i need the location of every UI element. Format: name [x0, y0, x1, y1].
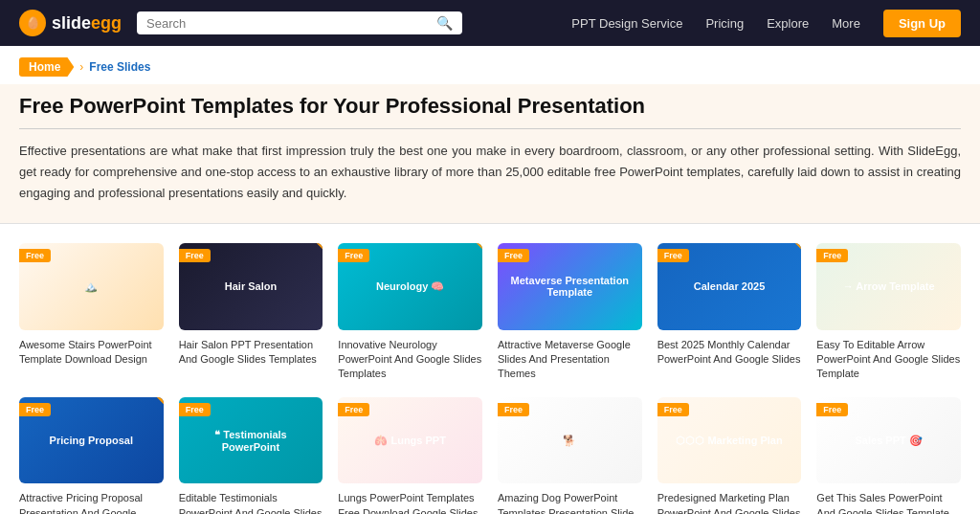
free-badge: Free [179, 403, 211, 416]
free-badge: Free [498, 403, 529, 416]
card-title: Attractive Metaverse Google Slides And P… [498, 338, 642, 382]
card-title: Best 2025 Monthly Calendar PowerPoint An… [657, 338, 802, 368]
free-badge: Free [179, 249, 211, 262]
hero-section: Free PowerPoint Templates for Your Profe… [0, 84, 980, 224]
breadcrumb: Home › Free Slides [0, 46, 980, 84]
logo[interactable]: 🥚 slideegg [19, 10, 122, 36]
template-card[interactable]: Free🐕Amazing Dog PowerPoint Templates Pr… [498, 397, 642, 514]
search-icon: 🔍 [436, 15, 453, 31]
free-badge: Free [338, 403, 369, 416]
free-badge: Free [19, 249, 51, 262]
templates-grid-section: Free🏔️Awesome Stairs PowerPoint Template… [0, 224, 980, 514]
card-title: Awesome Stairs PowerPoint Template Downl… [19, 338, 164, 368]
free-badge: Free [657, 249, 689, 262]
nav-more[interactable]: More [832, 16, 860, 31]
hero-title: Free PowerPoint Templates for Your Profe… [19, 94, 961, 119]
template-card[interactable]: Free→ Arrow TemplateEasy To Editable Arr… [816, 243, 961, 382]
breadcrumb-separator: › [79, 60, 83, 74]
signup-button[interactable]: Sign Up [883, 10, 961, 37]
site-header: 🥚 slideegg 🔍 PPT Design Service Pricing … [0, 0, 980, 46]
template-card[interactable]: Free⬡⬡⬡ Marketing PlanPredesigned Market… [657, 397, 802, 514]
hero-divider [19, 128, 961, 129]
card-title: Amazing Dog PowerPoint Templates Present… [498, 491, 642, 514]
logo-icon: 🥚 [19, 10, 46, 36]
template-card[interactable]: FreeMetaverse Presentation TemplateAttra… [498, 243, 642, 382]
templates-grid: Free🏔️Awesome Stairs PowerPoint Template… [19, 243, 961, 514]
card-title: Predesigned Marketing Plan PowerPoint An… [657, 491, 802, 514]
nav-ppt-design[interactable]: PPT Design Service [571, 16, 682, 31]
card-title: Easy To Editable Arrow PowerPoint And Go… [816, 338, 961, 382]
free-badge: Free [816, 249, 848, 262]
free-badge: Free [498, 249, 529, 262]
card-title: Innovative Neurology PowerPoint And Goog… [338, 338, 482, 382]
search-bar[interactable]: 🔍 [137, 11, 462, 34]
template-card[interactable]: Free🏔️Awesome Stairs PowerPoint Template… [19, 243, 164, 382]
free-badge: Free [816, 403, 848, 416]
hero-description: Effective presentations are what make th… [19, 141, 961, 204]
template-card[interactable]: 10 SlideFreeHair SalonHair Salon PPT Pre… [179, 243, 323, 382]
free-badge: Free [19, 403, 51, 416]
search-input[interactable] [146, 16, 431, 31]
template-card[interactable]: Free🫁 Lungs PPTLungs PowerPoint Template… [338, 397, 482, 514]
breadcrumb-current: Free Slides [89, 60, 150, 74]
card-title: Editable Testimonials PowerPoint And Goo… [179, 491, 323, 514]
card-title: Get This Sales PowerPoint And Google Sli… [816, 491, 961, 514]
nav-explore[interactable]: Explore [767, 16, 809, 31]
card-title: Lungs PowerPoint Templates Free Download… [338, 491, 482, 514]
card-title: Hair Salon PPT Presentation And Google S… [179, 338, 323, 368]
template-card[interactable]: FreeSales PPT 🎯Get This Sales PowerPoint… [816, 397, 961, 514]
free-badge: Free [338, 249, 369, 262]
free-badge: Free [657, 403, 689, 416]
nav-pricing[interactable]: Pricing [705, 16, 744, 31]
breadcrumb-home[interactable]: Home [19, 57, 74, 77]
template-card[interactable]: Free❝ Testimonials PowerPointEditable Te… [179, 397, 323, 514]
card-title: Attractive Pricing Proposal Presentation… [19, 491, 164, 514]
template-card[interactable]: 10 SlideFreeNeurology 🧠Innovative Neurol… [338, 243, 482, 382]
template-card[interactable]: 10 SlideFreeCalendar 2025Best 2025 Month… [657, 243, 802, 382]
main-nav: PPT Design Service Pricing Explore More … [571, 10, 961, 37]
logo-text: slideegg [52, 13, 122, 34]
template-card[interactable]: 10 SlideFreePricing ProposalAttractive P… [19, 397, 164, 514]
